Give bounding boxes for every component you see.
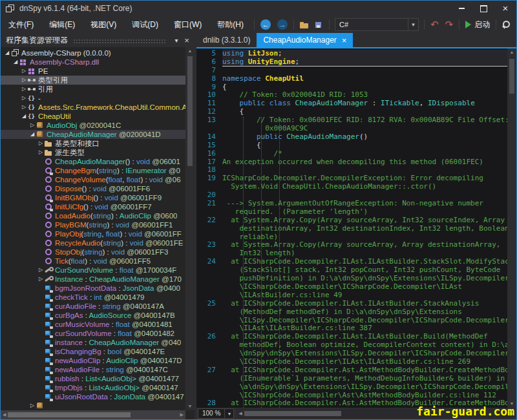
expand-icon[interactable]: ▷ (28, 402, 36, 410)
expand-icon[interactable]: ▷ (37, 140, 45, 147)
document-pane: dnlib (3.3.1.0)CheapAudioManager 5using … (196, 33, 516, 419)
language-select[interactable]: C#▼ (335, 18, 419, 31)
expand-icon[interactable]: ▷ (20, 103, 28, 111)
maximize-button[interactable] (472, 1, 494, 16)
tree-item[interactable]: ◢CheapAudioManager @0200041D (1, 130, 185, 139)
save-all-button[interactable] (312, 17, 326, 32)
tree-item[interactable]: curBgAs : AudioSource @0400147B (1, 311, 185, 320)
tree-item[interactable]: InitUiCfg() : void @06001FF7 (1, 202, 185, 211)
tree-item[interactable]: instance : CheapAudioManager @040 (1, 338, 185, 347)
chevron-down-icon[interactable]: ▼ (408, 19, 418, 30)
expand-icon[interactable]: ▷ (20, 94, 28, 102)
scroll-right-icon[interactable]: ▶ (180, 411, 184, 419)
editor-vertical-scrollbar[interactable]: ▲ ▼ (507, 48, 516, 408)
menu-item[interactable]: 帮助(H) (209, 17, 251, 32)
tree-item[interactable]: ▷CurSoundVolume : float @1700034F (1, 266, 185, 275)
tree-item[interactable]: Dispose() : void @06001FF6 (1, 184, 185, 193)
tree-item[interactable]: ◢Assembly-CSharp.dll (1, 58, 185, 67)
editor-scroll-thumb[interactable] (509, 59, 514, 94)
tree-item-label: PlayObj(string, float) : void @06001FF (55, 230, 182, 238)
field-icon (45, 330, 53, 337)
tree-item[interactable]: curSoundVolume : float @04001482 (1, 329, 185, 338)
expand-icon[interactable]: ▷ (37, 149, 45, 156)
tree-item[interactable]: ▷- (1, 94, 185, 103)
collapse-icon[interactable]: ◢ (3, 49, 11, 57)
scroll-down-icon[interactable]: ▼ (188, 403, 193, 410)
tree-item[interactable]: ChangeVolume(float, float) : void @06 (1, 175, 185, 184)
open-button[interactable] (297, 17, 312, 32)
tree-item[interactable]: PlayObj(string, float) : void @06001FF (1, 229, 185, 238)
tree-item[interactable]: ChangeBgm(string) : IEnumerator @0 (1, 166, 185, 175)
undo-button[interactable]: ↶ (427, 17, 442, 32)
scroll-left-icon[interactable]: ◀ (3, 411, 6, 419)
redo-button[interactable]: ↷ (442, 17, 457, 32)
back-button[interactable]: ← (257, 17, 274, 32)
tree-item-label: newAudioClip : AudioClip @0400147D (55, 357, 182, 364)
collapse-icon[interactable]: ◢ (20, 112, 28, 120)
menu-item[interactable]: 视图(V) (83, 17, 124, 32)
menu-item[interactable]: 文件(F) (1, 17, 41, 32)
scroll-up-icon[interactable]: ▲ (510, 48, 514, 56)
panel-menu-button[interactable] (171, 35, 182, 45)
tree-item[interactable]: checkTick : int @04001479 (1, 293, 185, 302)
menu-item[interactable]: 调试(D) (124, 17, 166, 32)
tree-item[interactable]: RecycleAudio(string) : void @06001FE (1, 238, 185, 247)
collapse-icon[interactable]: ◢ (28, 131, 36, 138)
tab-cheapaudiomanager[interactable]: CheapAudioManager (257, 33, 353, 47)
tree-item[interactable]: LoadAudio(string) : AudioClip @0600 (1, 211, 185, 220)
tree-item[interactable]: ▷Instance : CheapAudioManager @170 (1, 275, 185, 284)
scroll-left-icon[interactable]: ◀ (238, 410, 242, 417)
tree-item[interactable]: ▷PE (1, 67, 185, 76)
tree-item[interactable]: curAudioFile : string @0400147A (1, 302, 185, 311)
tree-vertical-scrollbar[interactable]: ▲ ▼ (185, 47, 195, 410)
tree-item[interactable]: newAudioClip : AudioClip @0400147D (1, 356, 185, 365)
close-button[interactable] (494, 1, 516, 16)
tree-item[interactable]: ▷类型引用 (1, 76, 185, 85)
code-area[interactable]: 5using LitJson;6using UnityEngine;78name… (196, 48, 507, 408)
tree-item[interactable]: isChangingBg : bool @0400147E (1, 347, 185, 356)
tree-hscroll-thumb[interactable] (8, 412, 131, 417)
tree-item[interactable]: CheapAudioManager() : void @06001 (1, 157, 185, 166)
tree-item[interactable]: ◢Assembly-CSharp (0.0.0.0) (1, 48, 185, 58)
tree-item[interactable]: tmpObjs : List<AudioObj> @0400147 (1, 383, 185, 392)
tree-item[interactable]: ▷基类型和接口 (1, 139, 185, 148)
expand-icon[interactable]: ▷ (20, 76, 28, 84)
tree-item[interactable]: newAudioFile : string @0400147C (1, 365, 185, 374)
expand-icon[interactable]: ▷ (28, 121, 36, 129)
menu-item[interactable]: 编辑(E) (41, 17, 83, 32)
zoom-level-control[interactable]: 100 % ▼ (198, 408, 234, 419)
tree-item[interactable]: PlayBGM(string) : void @06001FF1 (1, 220, 185, 229)
tree-item[interactable]: Tick(float) : void @06001FF5 (1, 257, 185, 266)
close-tab-icon[interactable] (342, 36, 347, 45)
tree-item[interactable]: bgmJsonRootData : JsonData @0400 (1, 284, 185, 293)
tree-item[interactable]: curMusicVolume : float @04001481 (1, 320, 185, 329)
tree-scroll-thumb[interactable] (187, 56, 193, 166)
expand-icon[interactable]: ▷ (37, 275, 45, 283)
start-debug-button[interactable]: 启动 (462, 17, 493, 32)
search-button[interactable] (499, 17, 513, 32)
chevron-down-icon[interactable]: ▼ (224, 409, 233, 418)
tree-item[interactable]: ▷ (1, 401, 185, 410)
forward-button[interactable]: → (274, 17, 291, 32)
tree-item[interactable]: rubbish : List<AudioObj> @04001477 (1, 374, 185, 383)
tree-item[interactable]: InitBGMObj() : void @06001FF9 (1, 193, 185, 202)
panel-close-button[interactable] (182, 35, 192, 45)
tree-item[interactable]: ▷Assets.Src.Framework.CheapUtil.Common.A… (1, 103, 185, 112)
tree-item[interactable]: ▷派生类型 (1, 148, 185, 157)
expand-icon[interactable]: ▷ (20, 85, 28, 93)
expand-icon[interactable]: ▷ (20, 67, 28, 75)
menu-item[interactable]: 窗口(W) (166, 17, 209, 32)
expand-icon[interactable]: ▷ (37, 266, 45, 274)
tab-dnlib[interactable]: dnlib (3.3.1.0) (196, 33, 257, 47)
collapse-icon[interactable]: ◢ (12, 58, 19, 66)
tree-item[interactable]: ▷AudioObj @0200041C (1, 121, 185, 130)
minimize-button[interactable] (450, 1, 472, 16)
tree-item[interactable]: uiJsonRootData : JsonData @0400147 (1, 392, 185, 401)
tree-horizontal-scrollbar[interactable]: ◀ ▶ (1, 410, 185, 419)
scroll-up-icon[interactable]: ▲ (188, 47, 193, 55)
tree-item[interactable]: ▷引用 (1, 85, 185, 94)
assembly-tree[interactable]: ◢Assembly-CSharp (0.0.0.0)◢Assembly-CSha… (1, 47, 185, 419)
code-editor[interactable]: 5using LitJson;6using UnityEngine;78name… (196, 48, 516, 408)
tree-item[interactable]: ◢CheapUtil (1, 112, 185, 121)
tree-item[interactable]: StopObj(string) : void @06001FF3 (1, 247, 185, 257)
